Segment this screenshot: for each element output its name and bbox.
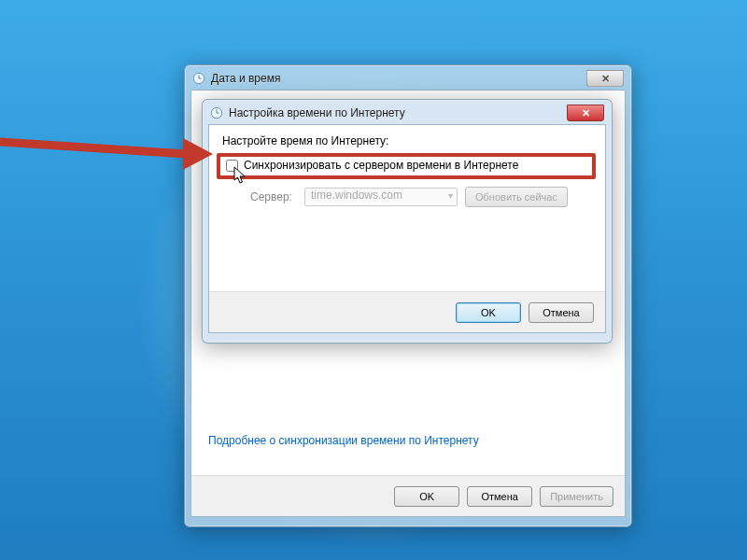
dialog-close-button[interactable]: ✕ [567,105,604,121]
dialog-button-bar: OK Отмена [209,291,605,332]
close-icon: ✕ [582,108,590,119]
dialog-titlebar[interactable]: Настройка времени по Интернету ✕ [208,105,606,124]
parent-title: Дата и время [211,72,581,85]
parent-close-button[interactable]: ✕ [586,70,624,87]
update-now-button[interactable]: Обновить сейчас [465,187,568,207]
parent-apply-button[interactable]: Применить [540,486,613,507]
server-row: Сервер: time.windows.com Обновить сейчас [250,187,568,207]
internet-time-settings-dialog: Настройка времени по Интернету ✕ Настрой… [202,99,613,343]
dialog-ok-button[interactable]: OK [456,302,521,323]
server-dropdown[interactable]: time.windows.com [304,188,458,206]
clock-icon [210,106,223,119]
dialog-instruction: Настройте время по Интернету: [222,134,388,147]
sync-checkbox-label: Синхронизировать с сервером времени в Ин… [244,159,518,172]
dialog-title: Настройка времени по Интернету [229,106,561,119]
clock-icon [192,72,205,85]
sync-checkbox-row[interactable]: Синхронизировать с сервером времени в Ин… [226,159,518,172]
sync-checkbox[interactable] [226,160,238,172]
dialog-client-area: Настройте время по Интернету: Синхронизи… [208,124,606,333]
svg-line-6 [0,142,187,154]
close-icon: ✕ [601,74,610,84]
parent-titlebar[interactable]: Дата и время ✕ [190,71,626,90]
parent-cancel-button[interactable]: Отмена [467,486,532,507]
sync-help-link[interactable]: Подробнее о синхронизации времени по Инт… [208,434,479,447]
parent-button-bar: OK Отмена Применить [191,475,625,516]
dialog-cancel-button[interactable]: Отмена [529,302,594,323]
parent-ok-button[interactable]: OK [394,486,459,507]
server-label: Сервер: [250,190,297,203]
